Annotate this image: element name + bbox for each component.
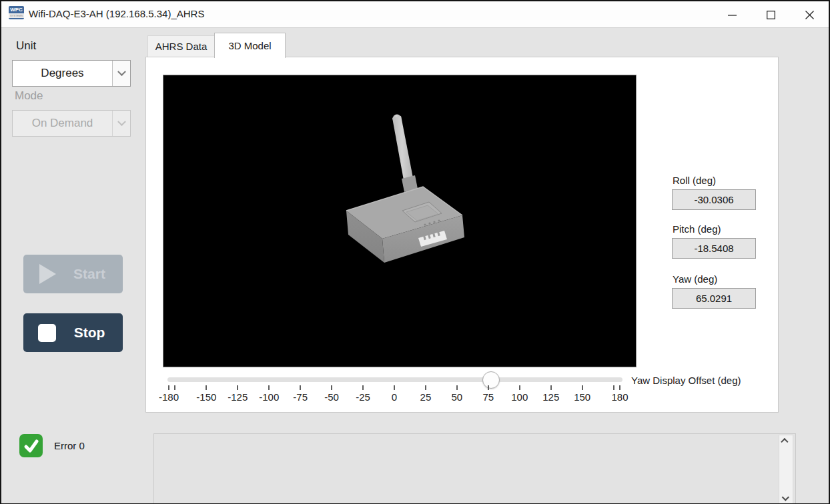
slider-tick [331, 385, 332, 390]
error-indicator[interactable] [19, 434, 43, 457]
log-textarea[interactable] [153, 433, 796, 504]
app-logo-icon: WPC SYSTEMS [9, 6, 24, 19]
pitch-value: -18.5408 [672, 238, 756, 259]
yaw-label: Yaw (deg) [673, 273, 717, 285]
3d-model-viewport[interactable] [163, 75, 637, 367]
unit-select-value: Degrees [13, 67, 112, 80]
slider-tick [168, 385, 169, 390]
minimize-button[interactable] [717, 1, 747, 28]
slider-tick-label: 150 [562, 391, 602, 403]
mode-select-arrow [112, 111, 130, 136]
slider-tick-labels: -180-150-125-100-75-50-25025507510012515… [169, 391, 620, 403]
start-button[interactable]: Start [23, 255, 123, 293]
slider-tick [488, 385, 489, 390]
slider-tick-label: -180 [149, 391, 189, 403]
stop-button-label: Stop [56, 325, 123, 341]
unit-select[interactable]: Degrees [12, 60, 131, 87]
pitch-label: Pitch (deg) [673, 223, 721, 235]
slider-tick [362, 385, 364, 390]
slider-tick [268, 385, 270, 390]
close-icon [805, 11, 814, 19]
slider-tick [237, 385, 238, 390]
tab-ahrs-data[interactable]: AHRS Data [147, 35, 215, 57]
start-button-label: Start [56, 266, 123, 282]
chevron-up-icon [781, 438, 788, 445]
slider-tick-label: 180 [600, 391, 640, 403]
slider-minor-tick [174, 385, 175, 390]
window-title: Wifi-DAQ-E3-AH (192.168.5.34)_AHRS [29, 8, 204, 19]
chevron-down-icon [117, 117, 126, 126]
slider-tick [394, 385, 395, 390]
slider-minor-tick [613, 385, 614, 390]
slider-tick [205, 385, 207, 390]
unit-label: Unit [16, 39, 36, 53]
error-label: Error 0 [54, 440, 85, 451]
scroll-down-button[interactable] [779, 493, 793, 504]
yaw-offset-label: Yaw Display Offset (deg) [631, 375, 741, 386]
yaw-offset-slider-track[interactable] [167, 377, 622, 382]
roll-label: Roll (deg) [673, 175, 716, 186]
stop-square-icon [38, 324, 56, 342]
maximize-button[interactable] [755, 1, 786, 28]
chevron-down-icon [782, 493, 789, 501]
play-icon [39, 264, 56, 284]
slider-tick [300, 385, 301, 390]
tab-3d-model[interactable]: 3D Model [214, 33, 286, 58]
wifi-daq-3d-model [163, 75, 636, 367]
mode-label: Mode [15, 89, 43, 103]
slider-ticks [169, 385, 620, 391]
title-bar: WPC SYSTEMS Wifi-DAQ-E3-AH (192.168.5.34… [1, 1, 829, 28]
unit-select-arrow[interactable] [112, 61, 130, 86]
slider-tick [550, 385, 552, 390]
roll-value: -30.0306 [672, 189, 756, 210]
app-logo-subtext: SYSTEMS [9, 13, 24, 18]
close-button[interactable] [794, 1, 825, 28]
yaw-value: 65.0291 [672, 288, 756, 309]
slider-tick [425, 385, 426, 390]
slider-tick [519, 385, 520, 390]
app-window: WPC SYSTEMS Wifi-DAQ-E3-AH (192.168.5.34… [0, 0, 830, 504]
chevron-down-icon [117, 67, 126, 76]
checkmark-icon [23, 437, 40, 455]
minimize-icon [728, 11, 737, 19]
mode-select-value: On Demand [13, 117, 112, 130]
slider-tick [582, 385, 583, 390]
slider-tick [619, 385, 620, 390]
mode-select[interactable]: On Demand [12, 110, 131, 137]
maximize-icon [767, 11, 775, 19]
stop-button[interactable]: Stop [23, 313, 123, 352]
tab-content-panel: Roll (deg) -30.0306 Pitch (deg) -18.5408… [145, 57, 779, 413]
log-scrollbar[interactable] [779, 435, 793, 504]
scroll-up-button[interactable] [779, 435, 793, 447]
slider-tick [456, 385, 458, 390]
